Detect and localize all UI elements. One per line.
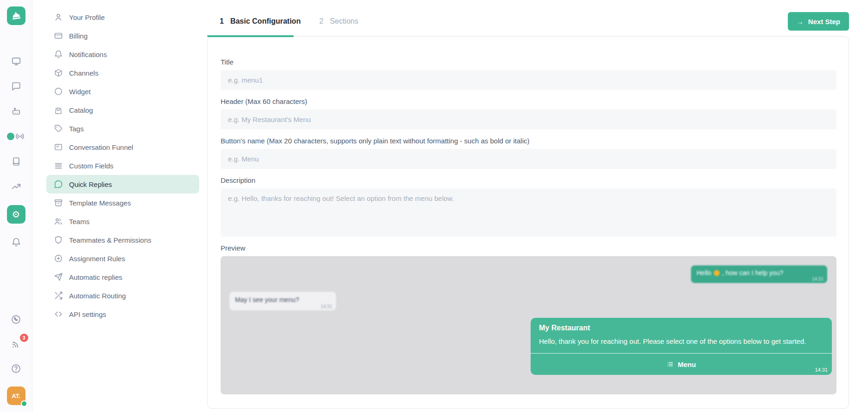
sidebar-item-automatic-routing[interactable]: Automatic Routing <box>46 286 199 305</box>
header-input[interactable] <box>221 109 836 129</box>
users-icon <box>54 217 63 226</box>
sidebar-item-template-messages[interactable]: Template Messages <box>46 193 199 212</box>
sidebar-item-teammates-permissions[interactable]: Teammates & Permissions <box>46 231 199 249</box>
sidebar-item-widget[interactable]: Widget <box>46 82 199 101</box>
sidebar-item-label: Conversation Funnel <box>69 143 133 151</box>
description-label: Description <box>221 176 836 184</box>
sidebar-item-conversation-funnel[interactable]: Conversation Funnel <box>46 138 199 156</box>
cloche-icon <box>10 10 22 22</box>
topbar: 1 Basic Configuration 2 Sections → Next … <box>207 0 849 36</box>
tab-label: Basic Configuration <box>230 17 301 26</box>
trending-up-icon[interactable] <box>7 180 25 193</box>
chat-icon[interactable] <box>7 80 25 93</box>
card-menu-button: Menu <box>531 354 832 375</box>
title-label: Title <box>221 58 836 66</box>
sidebar-item-teams[interactable]: Teams <box>46 212 199 231</box>
agent-message-text: Hello <box>697 269 711 277</box>
card-body-text: Hello, thank you for reaching out. Pleas… <box>531 332 832 353</box>
sidebar-item-billing[interactable]: Billing <box>46 26 199 45</box>
sidebar-item-label: Automatic Routing <box>69 292 126 300</box>
shuffle-icon <box>54 291 63 300</box>
card-time: 14:31 <box>815 367 828 373</box>
sidebar-item-custom-fields[interactable]: Custom Fields <box>46 156 199 175</box>
help-icon[interactable] <box>7 362 25 375</box>
sidebar-item-api-settings[interactable]: API settings <box>46 305 199 323</box>
bell-icon <box>54 50 63 59</box>
sidebar-item-assignment-rules[interactable]: Assignment Rules <box>46 249 199 268</box>
circle-icon <box>54 87 63 96</box>
code-icon <box>54 309 63 319</box>
sidebar-item-label: Automatic replies <box>69 273 122 281</box>
customer-message-text: May I see your menu? <box>235 296 299 303</box>
sidebar-item-label: Teammates & Permissions <box>69 236 152 244</box>
sidebar-item-tags[interactable]: Tags <box>46 119 199 138</box>
tab-number: 1 <box>220 17 224 26</box>
signal-icon[interactable]: 3 <box>7 337 25 350</box>
send-icon <box>54 272 63 282</box>
sidebar-item-label: Custom Fields <box>69 162 114 170</box>
card-title: My Restaurant <box>539 324 824 332</box>
tab-sections[interactable]: 2 Sections <box>319 17 358 26</box>
app-root: ⚙ 3 AT. Your Profi <box>0 0 868 412</box>
gear-glyph: ⚙ <box>12 210 20 219</box>
agent-message-bubble: Hello , how can I help you? 14:31 <box>691 265 827 283</box>
tab-label: Sections <box>330 17 358 26</box>
tab-number: 2 <box>319 17 323 26</box>
card-header: My Restaurant <box>531 318 832 332</box>
settings-gear-icon[interactable]: ⚙ <box>7 205 25 224</box>
sidebar-item-label: Billing <box>69 32 88 40</box>
settings-sidebar: Your Profile Billing Notifications Chann… <box>32 0 207 412</box>
plus-circle-icon <box>54 254 63 263</box>
sidebar-item-label: Template Messages <box>69 199 131 207</box>
credit-card-icon <box>54 31 63 40</box>
sidebar-item-label: Widget <box>69 88 91 96</box>
app-logo[interactable] <box>7 6 25 25</box>
package-icon <box>54 68 63 77</box>
book-icon[interactable] <box>7 155 25 168</box>
list-icon <box>666 360 674 368</box>
agent-message-text: , how can I help you? <box>722 269 783 277</box>
notification-badge: 3 <box>20 334 28 342</box>
step-tabs: 1 Basic Configuration 2 Sections <box>207 17 358 26</box>
bell-icon[interactable] <box>7 236 25 249</box>
basic-configuration-panel: Title Header (Max 60 characters) Button'… <box>207 36 849 409</box>
next-step-label: Next Step <box>808 18 840 26</box>
sidebar-item-notifications[interactable]: Notifications <box>46 45 199 64</box>
avatar-initials: AT. <box>12 393 20 399</box>
online-status-dot <box>7 133 14 140</box>
sidebar-item-label: Channels <box>69 69 98 77</box>
button-name-input[interactable] <box>221 149 836 169</box>
title-input[interactable] <box>221 70 836 90</box>
message-time: 14:31 <box>812 277 824 282</box>
avatar-status-dot <box>21 400 27 407</box>
sidebar-item-label: Your Profile <box>69 13 105 21</box>
bot-icon[interactable] <box>7 105 25 118</box>
sidebar-item-label: Notifications <box>69 51 107 58</box>
chat-preview: Hello , how can I help you? 14:31 May I … <box>221 256 836 394</box>
tab-basic-configuration[interactable]: 1 Basic Configuration <box>220 17 301 26</box>
main-content: 1 Basic Configuration 2 Sections → Next … <box>207 0 868 412</box>
whatsapp-icon[interactable] <box>7 313 25 326</box>
sidebar-item-label: Catalog <box>69 106 93 114</box>
next-step-button[interactable]: → Next Step <box>788 12 849 31</box>
wave-emoji <box>714 270 720 276</box>
customer-message-bubble: May I see your menu? 14:31 <box>229 292 336 310</box>
sidebar-item-channels[interactable]: Channels <box>46 64 199 82</box>
button-name-label: Button's name (Max 20 characters, suppor… <box>221 137 836 145</box>
icon-rail: ⚙ 3 AT. <box>0 0 32 412</box>
sidebar-item-catalog[interactable]: Catalog <box>46 101 199 119</box>
arrow-right-icon: → <box>797 18 804 26</box>
sidebar-item-automatic-replies[interactable]: Automatic replies <box>46 268 199 286</box>
sidebar-item-label: Teams <box>69 218 89 225</box>
description-textarea[interactable] <box>221 188 836 237</box>
menu-preview-card: My Restaurant Hello, thank you for reach… <box>531 318 832 375</box>
lines-icon <box>54 161 63 170</box>
message-time: 14:31 <box>321 304 332 309</box>
sidebar-item-quick-replies[interactable]: Quick Replies <box>46 175 199 193</box>
user-icon <box>54 13 63 22</box>
avatar[interactable]: AT. <box>7 386 25 405</box>
monitor-icon[interactable] <box>7 55 25 68</box>
live-broadcast-icon[interactable] <box>7 130 25 143</box>
card-menu-label: Menu <box>678 360 696 368</box>
sidebar-item-your-profile[interactable]: Your Profile <box>46 8 199 26</box>
